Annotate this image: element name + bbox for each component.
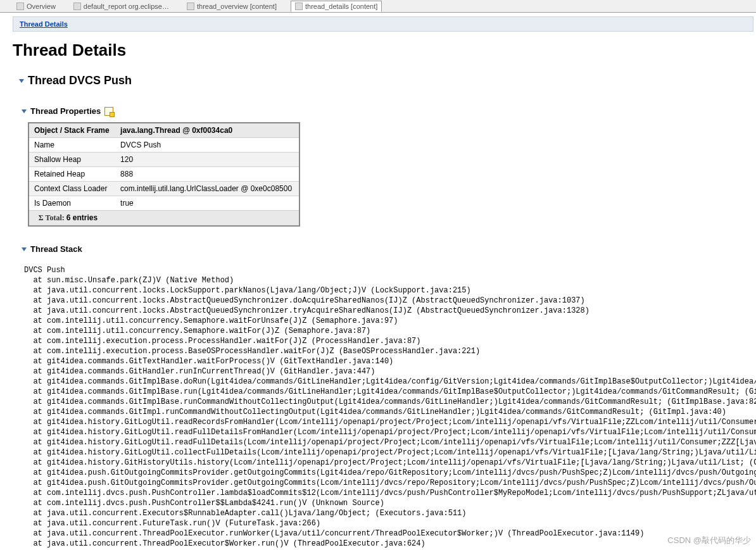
breadcrumb: Thread Details xyxy=(13,16,753,32)
prop-value: 888 xyxy=(115,167,299,182)
col-value: java.lang.Thread @ 0xf0034ca0 xyxy=(115,123,299,138)
sigma-icon: Σ Total: xyxy=(39,213,66,222)
thread-stack: DVCS Push at sun.misc.Unsafe.park(ZJ)V (… xyxy=(24,265,756,550)
prop-value: com.intellij.util.lang.UrlClassLoader @ … xyxy=(115,182,299,196)
objects-icon[interactable] xyxy=(104,107,113,116)
table-row: Is Daemontrue xyxy=(28,196,299,211)
prop-key: Name xyxy=(28,138,115,153)
tab-icon xyxy=(295,3,303,10)
tab-default-report[interactable]: default_report org.eclipse… xyxy=(70,1,173,11)
col-object: Object / Stack Frame xyxy=(28,123,115,138)
prop-key: Context Class Loader xyxy=(28,182,115,196)
prop-key: Shallow Heap xyxy=(28,153,115,167)
section-thread-header[interactable]: Thread DVCS Push xyxy=(19,74,756,87)
twistie-icon xyxy=(19,79,24,83)
table-row: Retained Heap888 xyxy=(28,167,299,182)
tab-overview[interactable]: Overview xyxy=(13,1,60,11)
section-stack-header[interactable]: Thread Stack xyxy=(22,244,756,254)
table-header-row: Object / Stack Frame java.lang.Thread @ … xyxy=(28,123,299,138)
tab-icon xyxy=(73,3,81,10)
table-row: NameDVCS Push xyxy=(28,138,299,153)
prop-key: Retained Heap xyxy=(28,167,115,182)
tab-icon xyxy=(16,3,24,10)
table-row: Context Class Loadercom.intellij.util.la… xyxy=(28,182,299,196)
twistie-icon xyxy=(22,247,27,251)
tab-thread-overview[interactable]: thread_overview [content] xyxy=(183,1,280,11)
prop-value: DVCS Push xyxy=(115,138,299,153)
prop-key: Is Daemon xyxy=(28,196,115,211)
page-title: Thread Details xyxy=(13,41,756,60)
tab-thread-details[interactable]: thread_details [content] xyxy=(291,1,382,12)
twistie-icon xyxy=(22,109,27,113)
editor-tabs: Overview default_report org.eclipse… thr… xyxy=(0,0,756,13)
section-properties-header[interactable]: Thread Properties xyxy=(22,106,756,116)
thread-properties-table: Object / Stack Frame java.lang.Thread @ … xyxy=(28,122,300,227)
prop-value: true xyxy=(115,196,299,211)
breadcrumb-link[interactable]: Thread Details xyxy=(20,20,68,28)
prop-value: 120 xyxy=(115,153,299,167)
table-row: Shallow Heap120 xyxy=(28,153,299,167)
tab-icon xyxy=(187,3,194,10)
table-total-row: Σ Total: 6 entries xyxy=(28,211,299,227)
